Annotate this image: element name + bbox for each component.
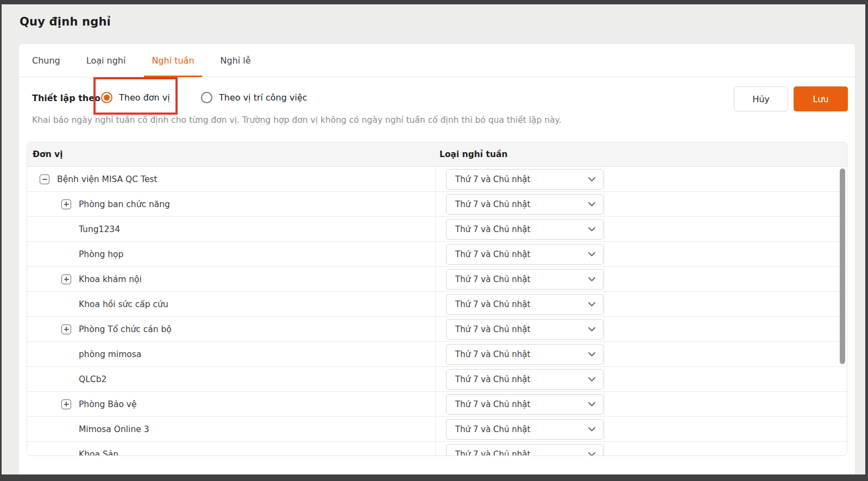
selected-option: Thứ 7 và Chủ nhật <box>455 299 530 309</box>
weekly-rest-select[interactable]: Thứ 7 và Chủ nhật <box>446 344 603 365</box>
units-table: Đơn vị Loại nghỉ tuần Bệnh viện MISA QC … <box>27 142 847 456</box>
weekly-rest-select[interactable]: Thứ 7 và Chủ nhật <box>446 319 603 340</box>
tab-label: Nghỉ tuần <box>152 55 194 66</box>
cancel-button[interactable]: Hủy <box>734 86 788 111</box>
selected-option: Thứ 7 và Chủ nhật <box>455 424 530 434</box>
chevron-down-icon <box>588 277 595 282</box>
unit-cell: Phòng Bảo vệ <box>27 392 436 416</box>
chevron-down-icon <box>588 302 595 307</box>
empty-cell <box>605 417 847 441</box>
weekly-rest-select[interactable]: Thứ 7 và Chủ nhật <box>446 394 603 415</box>
unit-name: Mimosa Online 3 <box>79 424 149 434</box>
weekly-rest-cell: Thứ 7 và Chủ nhật <box>436 167 605 191</box>
radio-selected-icon[interactable] <box>101 92 112 103</box>
selected-option: Thứ 7 và Chủ nhật <box>455 349 530 359</box>
empty-cell <box>605 392 847 416</box>
chevron-down-icon <box>588 427 595 432</box>
unit-cell: QLCb2 <box>27 367 436 391</box>
unit-name: Khoa khám nội <box>79 274 142 284</box>
weekly-rest-cell: Thứ 7 và Chủ nhật <box>436 192 605 216</box>
save-button[interactable]: Lưu <box>794 86 848 111</box>
tab-nghi-le[interactable]: Nghỉ lễ <box>221 44 251 77</box>
selected-option: Thứ 7 và Chủ nhật <box>455 224 530 234</box>
weekly-rest-cell: Thứ 7 và Chủ nhật <box>436 317 605 341</box>
table-header: Đơn vị Loại nghỉ tuần <box>27 142 847 167</box>
empty-cell <box>605 442 847 456</box>
empty-cell <box>605 192 847 216</box>
weekly-rest-select[interactable]: Thứ 7 và Chủ nhật <box>446 444 603 457</box>
expand-icon[interactable] <box>61 324 71 334</box>
unit-name: Phòng Tổ chức cán bộ <box>79 324 172 334</box>
selected-option: Thứ 7 và Chủ nhật <box>455 399 530 409</box>
expand-icon[interactable] <box>61 274 71 284</box>
main-panel: ChungLoại nghỉNghỉ tuầnNghỉ lễ Thiết lập… <box>18 43 856 476</box>
unit-name: Bệnh viện MISA QC Test <box>57 174 158 184</box>
chevron-down-icon <box>588 177 595 182</box>
table-row: Khoa hồi sức cấp cứuThứ 7 và Chủ nhật <box>27 292 847 317</box>
column-header-unit: Đơn vị <box>27 149 436 159</box>
radio-label: Theo đơn vị <box>119 92 170 103</box>
selected-option: Thứ 7 và Chủ nhật <box>455 374 530 384</box>
chevron-down-icon <box>588 327 595 332</box>
chevron-down-icon <box>588 377 595 382</box>
unit-cell: Bệnh viện MISA QC Test <box>27 167 436 191</box>
selected-option: Thứ 7 và Chủ nhật <box>455 274 530 284</box>
window: Quy định nghỉ ChungLoại nghỉNghỉ tuầnNgh… <box>0 0 868 481</box>
collapse-icon[interactable] <box>40 174 49 184</box>
unit-cell: Khoa Sản <box>27 442 436 456</box>
tab-label: Chung <box>32 55 60 66</box>
table-body: Bệnh viện MISA QC TestThứ 7 và Chủ nhậtP… <box>27 167 847 456</box>
selected-option: Thứ 7 và Chủ nhật <box>455 249 530 259</box>
unit-name: Tung1234 <box>79 224 120 234</box>
weekly-rest-select[interactable]: Thứ 7 và Chủ nhật <box>446 419 603 440</box>
page-title: Quy định nghỉ <box>20 15 111 28</box>
unit-name: Khoa Sản <box>79 449 118 457</box>
setting-description: Khai báo ngày nghỉ tuần cố định cho từng… <box>32 115 562 125</box>
unit-cell: Phòng Tổ chức cán bộ <box>27 317 436 341</box>
chevron-down-icon <box>588 227 595 232</box>
empty-cell <box>605 317 847 341</box>
weekly-rest-select[interactable]: Thứ 7 và Chủ nhật <box>446 194 603 215</box>
tab-label: Nghỉ lễ <box>221 55 251 66</box>
weekly-rest-select[interactable]: Thứ 7 và Chủ nhật <box>446 169 603 190</box>
weekly-rest-cell: Thứ 7 và Chủ nhật <box>436 267 605 291</box>
column-header-weekly-rest: Loại nghỉ tuần <box>436 149 605 159</box>
radio-option-theo-vi-tri[interactable]: Theo vị trí công việc <box>201 92 307 103</box>
empty-cell <box>605 267 847 291</box>
tab-nghi-tuan[interactable]: Nghỉ tuần <box>152 44 194 77</box>
weekly-rest-cell: Thứ 7 và Chủ nhật <box>436 442 605 456</box>
weekly-rest-cell: Thứ 7 và Chủ nhật <box>436 342 605 366</box>
unit-cell: Khoa khám nội <box>27 267 436 291</box>
radio-label: Theo vị trí công việc <box>219 92 307 103</box>
weekly-rest-select[interactable]: Thứ 7 và Chủ nhật <box>446 269 603 290</box>
weekly-rest-select[interactable]: Thứ 7 và Chủ nhật <box>446 219 603 240</box>
weekly-rest-select[interactable]: Thứ 7 và Chủ nhật <box>446 369 603 390</box>
unit-name: QLCb2 <box>79 374 106 384</box>
weekly-rest-select[interactable]: Thứ 7 và Chủ nhật <box>446 244 603 265</box>
empty-cell <box>605 292 847 316</box>
table-scrollbar[interactable] <box>840 168 845 364</box>
table-row: Phòng họpThứ 7 và Chủ nhật <box>27 242 847 267</box>
radio-option-theo-don-vi[interactable]: Theo đơn vị <box>101 92 170 103</box>
unit-name: Phòng Bảo vệ <box>79 399 137 409</box>
unit-cell: Phòng ban chức năng <box>27 192 436 216</box>
tab-loai-nghi[interactable]: Loại nghỉ <box>86 44 126 77</box>
table-row: Khoa khám nộiThứ 7 và Chủ nhật <box>27 267 847 292</box>
weekly-rest-cell: Thứ 7 và Chủ nhật <box>436 292 605 316</box>
weekly-rest-cell: Thứ 7 và Chủ nhật <box>436 217 605 241</box>
table-row: QLCb2Thứ 7 và Chủ nhật <box>27 367 847 392</box>
table-row: Tung1234Thứ 7 và Chủ nhật <box>27 217 847 242</box>
expand-icon[interactable] <box>61 399 71 409</box>
selected-option: Thứ 7 và Chủ nhật <box>455 324 530 334</box>
radio-unselected-icon[interactable] <box>201 92 212 103</box>
weekly-rest-cell: Thứ 7 và Chủ nhật <box>436 392 605 416</box>
selected-option: Thứ 7 và Chủ nhật <box>455 174 530 184</box>
setup-by-label: Thiết lập theo <box>32 93 100 103</box>
table-row: Phòng ban chức năngThứ 7 và Chủ nhật <box>27 192 847 217</box>
tab-bar: ChungLoại nghỉNghỉ tuầnNghỉ lễ <box>19 44 855 77</box>
tab-chung[interactable]: Chung <box>32 44 60 77</box>
chevron-down-icon <box>588 402 595 407</box>
expand-icon[interactable] <box>61 199 71 209</box>
weekly-rest-cell: Thứ 7 và Chủ nhật <box>436 367 605 391</box>
weekly-rest-select[interactable]: Thứ 7 và Chủ nhật <box>446 294 603 315</box>
